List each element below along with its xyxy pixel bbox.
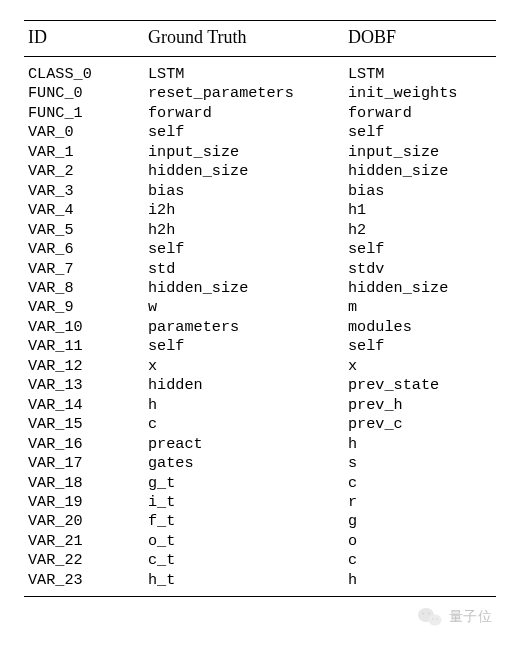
- cell-id: CLASS_0: [24, 57, 144, 85]
- cell-id: VAR_1: [24, 143, 144, 162]
- cell-id: VAR_15: [24, 415, 144, 434]
- svg-point-1: [428, 615, 441, 626]
- cell-id: VAR_12: [24, 357, 144, 376]
- cell-id: VAR_13: [24, 376, 144, 395]
- cell-ground-truth: c_t: [144, 551, 344, 570]
- cell-id: VAR_9: [24, 298, 144, 317]
- cell-id: FUNC_0: [24, 84, 144, 103]
- cell-id: VAR_6: [24, 240, 144, 259]
- cell-ground-truth: c: [144, 415, 344, 434]
- cell-dobf: init_weights: [344, 84, 496, 103]
- col-header-gt: Ground Truth: [144, 21, 344, 57]
- cell-ground-truth: i2h: [144, 201, 344, 220]
- table-row: VAR_10parametersmodules: [24, 318, 496, 337]
- table-row: VAR_6selfself: [24, 240, 496, 259]
- cell-ground-truth: self: [144, 123, 344, 142]
- table-row: VAR_19i_tr: [24, 493, 496, 512]
- table-row: VAR_5h2hh2: [24, 221, 496, 240]
- cell-id: VAR_2: [24, 162, 144, 181]
- cell-dobf: self: [344, 240, 496, 259]
- cell-ground-truth: forward: [144, 104, 344, 123]
- cell-ground-truth: preact: [144, 435, 344, 454]
- table-row: VAR_21o_to: [24, 532, 496, 551]
- cell-id: VAR_16: [24, 435, 144, 454]
- cell-ground-truth: gates: [144, 454, 344, 473]
- table-row: VAR_1input_sizeinput_size: [24, 143, 496, 162]
- table-row: VAR_9wm: [24, 298, 496, 317]
- cell-ground-truth: w: [144, 298, 344, 317]
- svg-point-0: [418, 608, 434, 622]
- cell-dobf: hidden_size: [344, 279, 496, 298]
- table-row: VAR_4i2hh1: [24, 201, 496, 220]
- cell-ground-truth: f_t: [144, 512, 344, 531]
- table-row: VAR_16preacth: [24, 435, 496, 454]
- cell-id: FUNC_1: [24, 104, 144, 123]
- cell-id: VAR_5: [24, 221, 144, 240]
- svg-point-4: [432, 618, 434, 620]
- table-row: CLASS_0LSTMLSTM: [24, 57, 496, 85]
- cell-ground-truth: hidden: [144, 376, 344, 395]
- cell-dobf: h2: [344, 221, 496, 240]
- cell-id: VAR_17: [24, 454, 144, 473]
- cell-dobf: h: [344, 571, 496, 597]
- cell-dobf: self: [344, 337, 496, 356]
- cell-dobf: prev_c: [344, 415, 496, 434]
- cell-ground-truth: h: [144, 396, 344, 415]
- cell-id: VAR_18: [24, 474, 144, 493]
- table-row: VAR_8hidden_sizehidden_size: [24, 279, 496, 298]
- cell-dobf: o: [344, 532, 496, 551]
- table-row: VAR_22c_tc: [24, 551, 496, 570]
- svg-point-3: [428, 613, 430, 615]
- cell-id: VAR_0: [24, 123, 144, 142]
- cell-dobf: c: [344, 551, 496, 570]
- cell-dobf: r: [344, 493, 496, 512]
- wechat-icon: [417, 606, 443, 628]
- cell-id: VAR_19: [24, 493, 144, 512]
- cell-id: VAR_7: [24, 260, 144, 279]
- cell-ground-truth: bias: [144, 182, 344, 201]
- cell-id: VAR_14: [24, 396, 144, 415]
- cell-dobf: prev_h: [344, 396, 496, 415]
- cell-ground-truth: self: [144, 240, 344, 259]
- table-row: VAR_18g_tc: [24, 474, 496, 493]
- table-body: CLASS_0LSTMLSTMFUNC_0reset_parametersini…: [24, 57, 496, 597]
- cell-dobf: bias: [344, 182, 496, 201]
- cell-ground-truth: hidden_size: [144, 279, 344, 298]
- cell-dobf: LSTM: [344, 57, 496, 85]
- col-header-dobf: DOBF: [344, 21, 496, 57]
- watermark-text: 量子位: [449, 608, 493, 626]
- table-row: VAR_12xx: [24, 357, 496, 376]
- cell-dobf: input_size: [344, 143, 496, 162]
- cell-dobf: hidden_size: [344, 162, 496, 181]
- cell-dobf: prev_state: [344, 376, 496, 395]
- cell-ground-truth: LSTM: [144, 57, 344, 85]
- table-row: VAR_20f_tg: [24, 512, 496, 531]
- table-row: VAR_13hiddenprev_state: [24, 376, 496, 395]
- table-row: VAR_2hidden_sizehidden_size: [24, 162, 496, 181]
- cell-dobf: s: [344, 454, 496, 473]
- table-row: VAR_11selfself: [24, 337, 496, 356]
- table-row: FUNC_1forwardforward: [24, 104, 496, 123]
- cell-id: VAR_4: [24, 201, 144, 220]
- col-header-id: ID: [24, 21, 144, 57]
- cell-id: VAR_11: [24, 337, 144, 356]
- cell-dobf: self: [344, 123, 496, 142]
- table-header-row: ID Ground Truth DOBF: [24, 21, 496, 57]
- cell-ground-truth: parameters: [144, 318, 344, 337]
- cell-ground-truth: h_t: [144, 571, 344, 597]
- cell-id: VAR_22: [24, 551, 144, 570]
- cell-id: VAR_10: [24, 318, 144, 337]
- watermark: 量子位: [417, 606, 493, 628]
- svg-point-5: [436, 618, 438, 620]
- cell-ground-truth: i_t: [144, 493, 344, 512]
- cell-ground-truth: h2h: [144, 221, 344, 240]
- cell-id: VAR_8: [24, 279, 144, 298]
- table-row: VAR_14hprev_h: [24, 396, 496, 415]
- cell-dobf: forward: [344, 104, 496, 123]
- cell-dobf: modules: [344, 318, 496, 337]
- cell-dobf: h: [344, 435, 496, 454]
- table-row: VAR_7stdstdv: [24, 260, 496, 279]
- cell-dobf: h1: [344, 201, 496, 220]
- cell-ground-truth: g_t: [144, 474, 344, 493]
- comparison-table: ID Ground Truth DOBF CLASS_0LSTMLSTMFUNC…: [24, 20, 496, 597]
